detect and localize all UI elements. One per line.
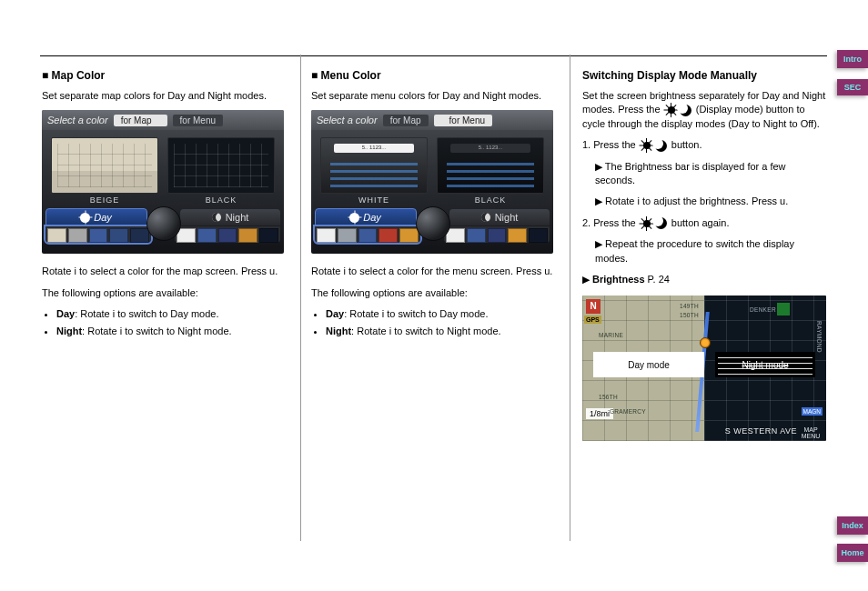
- thumb-map-beige[interactable]: [51, 137, 158, 194]
- switch-step-1b: ▶ Rotate i to adjust the brightness. Pre…: [582, 195, 826, 208]
- menu-color-options: Day: Rotate i to switch to Day mode. Nig…: [311, 307, 568, 338]
- street-magnolia: MAGN: [802, 407, 823, 416]
- tab-for-menu-2[interactable]: for Menu: [434, 115, 492, 126]
- color-swatch[interactable]: [467, 228, 486, 243]
- map-thumbnail-labels: BEIGE BLACK: [51, 195, 275, 205]
- street-156th: 156TH: [599, 394, 618, 400]
- night-mode-button[interactable]: Night: [180, 209, 280, 225]
- thumb-menu-white[interactable]: 5.. 1123...: [320, 137, 428, 194]
- sun-icon-step2: [641, 217, 653, 230]
- night-mode-button-2[interactable]: Night: [449, 209, 550, 225]
- sidetab-home[interactable]: Home: [837, 544, 868, 562]
- night-label-2: Night: [495, 212, 519, 223]
- column-divider-2: [570, 55, 570, 541]
- map-color-step: Rotate i to select a color for the map s…: [42, 265, 298, 278]
- switch-step-2a: ▶ Repeat the procedure to switch the dis…: [582, 237, 826, 265]
- color-swatch[interactable]: [218, 228, 237, 243]
- navscreen-menu: Select a color for Map for Menu 5.. 1123…: [311, 110, 553, 254]
- menu-color-options-intro: The following options are available:: [311, 286, 568, 300]
- tab-for-menu-label: for Menu: [180, 115, 216, 125]
- swatch-set-night-2[interactable]: [444, 226, 550, 243]
- color-swatch[interactable]: [529, 228, 548, 243]
- column-display-mode: Switching Display Mode Manually Set the …: [582, 69, 826, 441]
- menu-color-step: Rotate i to select a color for the menu …: [311, 265, 568, 278]
- color-swatch[interactable]: [508, 228, 527, 243]
- page-divider: [40, 55, 827, 56]
- color-swatch[interactable]: [338, 228, 357, 243]
- color-swatch[interactable]: [378, 228, 398, 243]
- street-gramercy: GRAMERCY: [610, 408, 646, 415]
- day-mode-button-2[interactable]: Day: [315, 208, 417, 226]
- switch-step-1: 1. Press the button.: [582, 138, 826, 152]
- map-menu-button[interactable]: MAP MENU: [797, 426, 824, 439]
- chevron-right-icon: [155, 116, 160, 124]
- navscreen-map-titlebar: Select a color for Map for Menu: [42, 110, 284, 130]
- option-night: Night: Rotate i to switch to Night mode.: [56, 325, 298, 338]
- tab-for-map[interactable]: for Map: [114, 115, 167, 126]
- color-swatch[interactable]: [89, 228, 108, 243]
- sidetab-index[interactable]: Index: [837, 516, 868, 535]
- callout-day: Day mode: [593, 352, 704, 377]
- sun-icon-inline: [665, 104, 678, 116]
- splitmap-preview: N GPS 1/8mi 149TH 150TH MARINE 156TH GRA…: [582, 296, 826, 441]
- thumb-menu-white-text: 5.. 1123...: [321, 145, 427, 150]
- tab-for-menu[interactable]: for Menu: [173, 115, 223, 126]
- color-swatch[interactable]: [317, 228, 336, 243]
- option-day: Day: Rotate i to switch to Day mode.: [56, 307, 298, 321]
- moon-icon: [212, 213, 221, 222]
- menu-thumbnails: 5.. 1123... 5.. 1123...: [320, 137, 544, 194]
- thumb-menu-black[interactable]: 5.. 1123...: [437, 137, 544, 194]
- thumb-map-black[interactable]: [167, 137, 275, 194]
- column-menu-color: ■ Menu Color Set separate menu colors fo…: [311, 69, 568, 346]
- street-149th: 149TH: [680, 303, 699, 309]
- color-swatch[interactable]: [130, 228, 149, 243]
- color-swatch[interactable]: [68, 228, 87, 243]
- switch-step-2: 2. Press the button again.: [582, 216, 826, 230]
- navscreen-map-title: Select a color: [47, 115, 108, 125]
- day-label: Day: [94, 212, 112, 223]
- switch-step-1a: ▶ The Brightness bar is displayed for a …: [582, 160, 826, 188]
- swatch-set-day[interactable]: [45, 226, 151, 243]
- color-swatch[interactable]: [399, 228, 419, 243]
- swatch-set-day-2[interactable]: [315, 226, 420, 243]
- color-swatch[interactable]: [109, 228, 128, 243]
- sun-icon-step: [641, 139, 653, 152]
- thumb-label-beige: BEIGE: [51, 195, 158, 205]
- sun-icon-2: [350, 214, 358, 222]
- map-color-options: Day: Rotate i to switch to Day mode. Nig…: [42, 307, 298, 338]
- moon-icon-inline: [680, 105, 691, 116]
- tab-for-map-label: for Map: [121, 115, 152, 125]
- sidetab-intro[interactable]: Intro: [837, 50, 868, 68]
- color-swatch[interactable]: [47, 228, 66, 243]
- night-label: Night: [226, 212, 249, 223]
- tab-for-map-label-2: for Map: [390, 115, 421, 125]
- color-swatch[interactable]: [358, 228, 378, 243]
- map-poi-icon: [777, 303, 790, 316]
- xref-brightness[interactable]: ▶ Brightness P. 24: [582, 273, 826, 286]
- color-swatch[interactable]: [259, 228, 278, 243]
- day-mode-button[interactable]: Day: [45, 208, 147, 226]
- navscreen-menu-titlebar: Select a color for Map for Menu: [311, 110, 553, 130]
- menu-color-lead: Set separate menu colors for Day and Nig…: [311, 89, 568, 103]
- menu-thumbnail-labels: WHITE BLACK: [320, 195, 544, 205]
- tab-for-map-2[interactable]: for Map: [383, 115, 429, 126]
- color-swatch[interactable]: [488, 228, 507, 243]
- color-swatch[interactable]: [238, 228, 257, 243]
- street-raymond: RAYMOND: [816, 321, 823, 353]
- map-color-lead: Set separate map colors for Day and Nigh…: [42, 89, 298, 103]
- street-marine: MARINE: [599, 332, 623, 338]
- thumb-label-white: WHITE: [320, 195, 428, 205]
- color-swatch[interactable]: [197, 228, 217, 243]
- map-color-title: ■ Map Color: [42, 69, 298, 82]
- sidetab-sec[interactable]: SEC: [837, 79, 868, 95]
- moon-icon-2: [481, 213, 490, 222]
- swatch-set-night[interactable]: [175, 226, 280, 243]
- thumb-label-black: BLACK: [167, 195, 275, 205]
- switch-display-body: Set the screen brightness separately for…: [582, 89, 826, 131]
- option-night-2: Night: Rotate i to switch to Night mode.: [326, 325, 568, 338]
- menu-color-title: ■ Menu Color: [311, 69, 568, 82]
- vehicle-cursor-icon: [700, 337, 711, 348]
- street-150th: 150TH: [680, 312, 699, 318]
- chevron-left-icon: [441, 116, 447, 124]
- callout-night: Night mode: [715, 352, 815, 377]
